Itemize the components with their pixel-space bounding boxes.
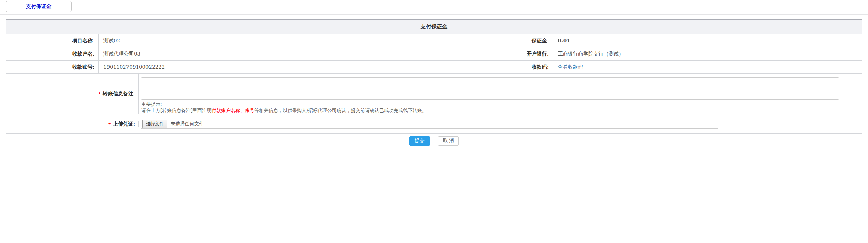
- payee-account-number-label: 收款账号:: [6, 61, 99, 74]
- deposit-amount-value: 0.01: [553, 34, 862, 47]
- upload-voucher-label-cell: * 上传凭证:: [6, 121, 139, 127]
- pay-deposit-panel: 支付保证金 项目名称: 测试02 保证金: 0.01 收款户名: 测试代理公司0…: [6, 19, 862, 148]
- page-title: 支付保证金: [6, 20, 862, 34]
- required-asterisk: *: [108, 121, 111, 127]
- tab-pay-deposit-label: 支付保证金: [26, 3, 52, 10]
- upload-voucher-content: 选择文件 未选择任何文件: [139, 119, 862, 129]
- transfer-note-label: 转账信息备注:: [103, 91, 135, 97]
- important-hint: 重要提示: 请在上方[转账信息备注]里面注明付款账户名称、账号等相关信息，以供采…: [141, 101, 862, 114]
- upload-voucher-row: * 上传凭证: 选择文件 未选择任何文件: [6, 114, 862, 134]
- project-name-value: 测试02: [99, 34, 434, 47]
- action-button-row: 提交 取 消: [6, 134, 862, 148]
- choose-file-button[interactable]: 选择文件: [142, 120, 167, 128]
- hint-title: 重要提示:: [141, 101, 862, 107]
- upload-voucher-label: 上传凭证:: [113, 121, 135, 127]
- file-input[interactable]: 选择文件 未选择任何文件: [141, 119, 718, 129]
- hint-red-part: 付款账户名称、账号: [212, 108, 254, 113]
- required-asterisk: *: [98, 91, 100, 97]
- tab-bar: 支付保证金: [0, 0, 868, 15]
- submit-button[interactable]: 提交: [409, 136, 430, 146]
- hint-body: 请在上方[转账信息备注]里面注明付款账户名称、账号等相关信息，以供采购人/招标代…: [141, 107, 862, 114]
- transfer-note-row: * 转账信息备注: 重要提示: 请在上方[转账信息备注]里面注明付款账户名称、账…: [6, 74, 862, 114]
- payment-qr-label: 收款码:: [434, 61, 553, 74]
- payee-account-name-label: 收款户名:: [6, 47, 99, 61]
- payee-account-number-value: 1901102709100022222: [99, 61, 434, 74]
- deposit-amount-label: 保证金:: [434, 34, 553, 47]
- transfer-note-textarea[interactable]: [141, 77, 839, 100]
- bank-name-value: 工商银行商学院支行（测试）: [553, 47, 862, 61]
- view-payment-qr-link[interactable]: 查看收款码: [558, 64, 583, 70]
- bank-name-label: 开户银行:: [434, 47, 553, 61]
- project-name-label: 项目名称:: [6, 34, 99, 47]
- transfer-note-label-cell: * 转账信息备注:: [6, 74, 139, 114]
- transfer-note-content: 重要提示: 请在上方[转账信息备注]里面注明付款账户名称、账号等相关信息，以供采…: [139, 74, 862, 114]
- file-status-text: 未选择任何文件: [171, 121, 204, 127]
- tab-pay-deposit[interactable]: 支付保证金: [6, 1, 72, 12]
- deposit-info-table: 项目名称: 测试02 保证金: 0.01 收款户名: 测试代理公司03 开户银行…: [6, 34, 862, 74]
- cancel-button[interactable]: 取 消: [438, 136, 459, 146]
- payee-account-name-value: 测试代理公司03: [99, 47, 434, 61]
